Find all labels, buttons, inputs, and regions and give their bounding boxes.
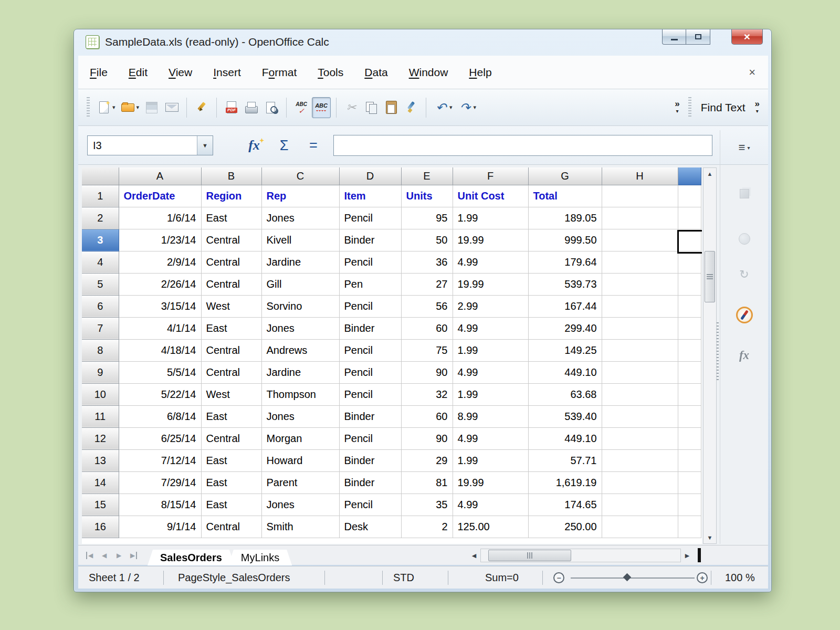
cell[interactable]: Region: [201, 185, 261, 207]
row-header-16[interactable]: 16: [82, 516, 119, 538]
cell[interactable]: 1/6/14: [119, 207, 201, 229]
cell[interactable]: 5/22/14: [119, 383, 201, 405]
row-header-2[interactable]: 2: [82, 207, 119, 229]
cell[interactable]: 8/15/14: [119, 494, 201, 516]
toolbar-grip[interactable]: [87, 97, 90, 118]
cell[interactable]: Jardine: [261, 251, 339, 273]
zoom-in-button[interactable]: +: [697, 572, 708, 583]
cell[interactable]: East: [201, 494, 261, 516]
cell[interactable]: [602, 185, 678, 207]
cell[interactable]: Binder: [339, 405, 401, 427]
cell[interactable]: Jones: [261, 405, 339, 427]
page-style-indicator[interactable]: PageStyle_SalesOrders: [178, 566, 290, 589]
column-header-c[interactable]: C: [261, 167, 339, 185]
cell[interactable]: [678, 185, 701, 207]
cell[interactable]: Pencil: [339, 361, 401, 383]
cell[interactable]: Central: [201, 516, 261, 538]
cell[interactable]: [678, 317, 701, 339]
row-header-1[interactable]: 1: [82, 185, 119, 207]
cell[interactable]: 3/15/14: [119, 295, 201, 317]
scroll-left-button[interactable]: ◀: [468, 549, 480, 562]
cell[interactable]: 449.10: [528, 361, 602, 383]
sidebar-styles-button[interactable]: ↻: [720, 268, 768, 281]
minimize-button[interactable]: [662, 29, 686, 45]
find-overflow-button[interactable]: » ▾: [755, 100, 760, 115]
menu-item-window[interactable]: Window: [406, 64, 452, 81]
column-header-f[interactable]: F: [453, 167, 528, 185]
cell[interactable]: Andrews: [261, 339, 339, 361]
row-header-13[interactable]: 13: [82, 449, 119, 471]
sidebar-menu-button[interactable]: ≡ ▾: [720, 141, 768, 154]
cell[interactable]: [678, 494, 701, 516]
cell[interactable]: 539.73: [528, 273, 602, 295]
cell[interactable]: 1.99: [453, 383, 528, 405]
row-header-14[interactable]: 14: [82, 471, 119, 494]
copy-button[interactable]: [362, 97, 381, 118]
zoom-slider-thumb[interactable]: [623, 573, 632, 582]
first-sheet-button[interactable]: ◀: [82, 548, 97, 562]
sum-icon[interactable]: Σ: [274, 135, 295, 155]
row-header-10[interactable]: 10: [82, 383, 119, 405]
cell[interactable]: 27: [401, 273, 453, 295]
undo-dropdown-icon[interactable]: ▾: [449, 104, 453, 111]
sheet-indicator[interactable]: Sheet 1 / 2: [89, 566, 140, 589]
cell[interactable]: 19.99: [453, 229, 528, 251]
cell[interactable]: 57.71: [528, 449, 602, 471]
column-header-b[interactable]: B: [201, 167, 261, 185]
cell[interactable]: 4.99: [453, 251, 528, 273]
paste-button[interactable]: [382, 97, 401, 118]
cell[interactable]: Central: [201, 273, 261, 295]
cell[interactable]: [602, 427, 678, 449]
cell[interactable]: Parent: [261, 471, 339, 494]
cell[interactable]: Item: [339, 185, 401, 207]
cell[interactable]: Pencil: [339, 339, 401, 361]
horizontal-scroll-thumb[interactable]: [488, 550, 571, 561]
menu-item-tools[interactable]: Tools: [314, 64, 346, 81]
cell[interactable]: Jones: [261, 494, 339, 516]
sidebar-gallery-button[interactable]: [720, 233, 768, 245]
cell[interactable]: 167.44: [528, 295, 602, 317]
cell[interactable]: 19.99: [453, 273, 528, 295]
redo-dropdown-icon[interactable]: ▾: [474, 104, 477, 111]
vertical-scroll-thumb[interactable]: [705, 251, 715, 302]
cell[interactable]: Central: [201, 229, 261, 251]
cell[interactable]: 4.99: [453, 427, 528, 449]
undo-button[interactable]: ▾: [432, 97, 455, 118]
export-pdf-button[interactable]: [222, 97, 241, 118]
cell-reference-box[interactable]: I3 ▼: [87, 135, 213, 155]
document-close-icon[interactable]: ×: [744, 66, 760, 79]
cell[interactable]: [678, 427, 701, 449]
cell[interactable]: [602, 251, 678, 273]
spellcheck-button[interactable]: [292, 97, 311, 118]
sidebar-properties-button[interactable]: [720, 189, 768, 198]
redo-button[interactable]: ▾: [456, 97, 479, 118]
cell[interactable]: 1.99: [453, 449, 528, 471]
cell[interactable]: 32: [401, 383, 453, 405]
cell[interactable]: [602, 317, 678, 339]
formula-equals-icon[interactable]: =: [303, 135, 324, 155]
cell[interactable]: [678, 251, 701, 273]
zoom-out-button[interactable]: −: [553, 572, 564, 583]
cell[interactable]: Thompson: [261, 383, 339, 405]
cell[interactable]: 4.99: [453, 317, 528, 339]
cell[interactable]: 9/1/14: [119, 516, 201, 538]
cell[interactable]: [678, 449, 701, 471]
cell[interactable]: East: [201, 449, 261, 471]
cell[interactable]: [602, 471, 678, 494]
cell[interactable]: 125.00: [453, 516, 528, 538]
cut-button[interactable]: [342, 97, 361, 118]
cell[interactable]: West: [201, 383, 261, 405]
row-header-4[interactable]: 4: [82, 251, 119, 273]
row-header-3[interactable]: 3: [82, 229, 119, 251]
menu-item-insert[interactable]: Insert: [210, 64, 244, 81]
column-header-g[interactable]: G: [528, 167, 602, 185]
formula-input[interactable]: [333, 135, 712, 156]
new-document-dropdown-icon[interactable]: ▾: [112, 104, 116, 111]
cell[interactable]: [678, 273, 701, 295]
cell[interactable]: 90: [401, 361, 453, 383]
cell[interactable]: Binder: [339, 317, 401, 339]
cell[interactable]: Pencil: [339, 295, 401, 317]
cell[interactable]: Pencil: [339, 494, 401, 516]
cell[interactable]: [678, 471, 701, 494]
spreadsheet-grid[interactable]: ABCDEFGHI1OrderDateRegionRepItemUnitsUni…: [82, 167, 702, 544]
